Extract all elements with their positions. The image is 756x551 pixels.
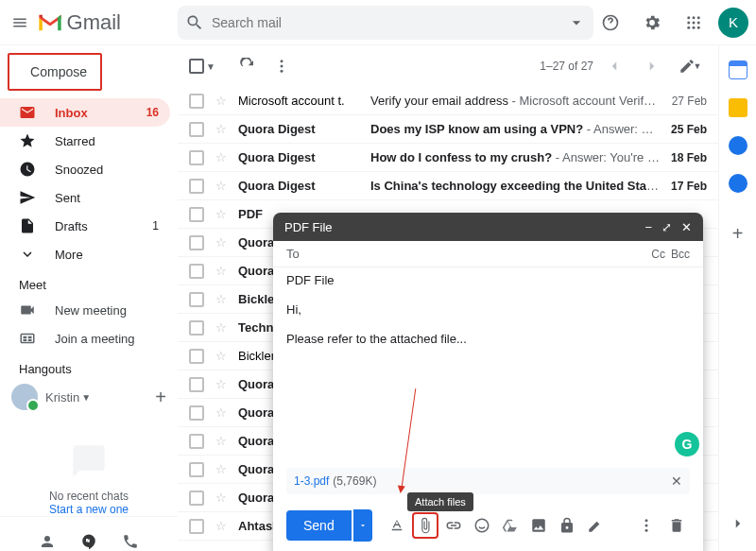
compose-to-row[interactable]: To Cc Bcc <box>273 241 703 267</box>
fullscreen-icon[interactable]: ⤢ <box>662 220 672 234</box>
discard-draft-icon[interactable] <box>663 512 690 539</box>
send-button[interactable]: Send <box>286 510 352 541</box>
meet-item[interactable]: Join a meeting <box>0 324 178 353</box>
person-icon[interactable] <box>30 525 64 551</box>
email-checkbox[interactable] <box>189 462 204 477</box>
email-row[interactable]: ☆Microsoft account t.Verify your email a… <box>178 87 718 115</box>
meet-item[interactable]: New meeting <box>0 296 178 324</box>
hangouts-add-button[interactable]: + <box>155 387 166 408</box>
settings-icon[interactable] <box>635 6 669 40</box>
chevron-down-icon[interactable]: ▼ <box>206 61 215 72</box>
email-checkbox[interactable] <box>189 349 204 364</box>
search-input[interactable] <box>212 15 567 30</box>
confidential-mode-icon[interactable] <box>554 512 580 539</box>
email-checkbox[interactable] <box>189 150 204 165</box>
email-checkbox[interactable] <box>189 179 204 194</box>
addons-plus-icon[interactable]: + <box>732 223 744 245</box>
calendar-icon[interactable] <box>729 60 747 79</box>
email-checkbox[interactable] <box>189 491 204 506</box>
star-icon[interactable]: ☆ <box>215 207 227 221</box>
email-sender: Quora Digest <box>238 122 370 136</box>
input-tools-icon[interactable]: ▼ <box>673 49 707 83</box>
minimize-icon[interactable]: − <box>644 220 652 234</box>
star-icon[interactable]: ☆ <box>215 122 227 136</box>
insert-link-icon[interactable] <box>440 512 467 539</box>
compose-button[interactable]: Compose <box>8 53 102 91</box>
star-icon[interactable]: ☆ <box>215 235 227 250</box>
attachment-chip[interactable]: 1-3.pdf (5,769K) ✕ <box>286 468 690 494</box>
star-icon[interactable]: ☆ <box>215 405 227 420</box>
attach-files-icon[interactable] <box>412 512 438 539</box>
email-row[interactable]: ☆Quora DigestDoes my ISP know am using a… <box>178 115 718 144</box>
email-checkbox[interactable] <box>189 320 204 336</box>
tasks-icon[interactable] <box>729 136 747 155</box>
email-checkbox[interactable] <box>189 264 204 279</box>
star-icon[interactable]: ☆ <box>215 349 227 363</box>
panel-collapse-icon[interactable] <box>730 515 747 532</box>
star-icon[interactable]: ☆ <box>215 320 227 335</box>
compose-subject[interactable]: PDF File <box>273 267 703 293</box>
to-input[interactable] <box>305 247 652 261</box>
refresh-icon[interactable] <box>231 49 265 83</box>
star-icon[interactable]: ☆ <box>215 150 227 164</box>
attachment-remove-icon[interactable]: ✕ <box>671 474 682 489</box>
star-icon[interactable]: ☆ <box>215 264 227 278</box>
insert-emoji-icon[interactable] <box>469 512 495 539</box>
header-actions: K <box>593 6 748 40</box>
sidebar-item-starred[interactable]: Starred <box>0 127 170 155</box>
compose-titlebar[interactable]: PDF File − ⤢ ✕ <box>273 213 703 241</box>
gmail-logo[interactable]: Gmail <box>37 10 121 35</box>
help-icon[interactable] <box>593 6 627 40</box>
star-icon[interactable]: ☆ <box>215 462 227 476</box>
hangouts-icon[interactable] <box>72 525 106 551</box>
insert-drive-icon[interactable] <box>497 512 524 539</box>
sidebar-item-snoozed[interactable]: Snoozed <box>0 155 170 183</box>
email-checkbox[interactable] <box>189 377 204 392</box>
email-checkbox[interactable] <box>189 235 204 250</box>
star-icon[interactable]: ☆ <box>215 519 227 533</box>
email-checkbox[interactable] <box>189 405 204 421</box>
email-row[interactable]: ☆Quora DigestIs China's technology excee… <box>178 172 718 200</box>
sidebar-item-drafts[interactable]: Drafts1 <box>0 212 170 240</box>
more-options-icon[interactable] <box>633 512 660 539</box>
star-icon[interactable]: ☆ <box>215 377 227 391</box>
star-icon[interactable]: ☆ <box>215 434 227 448</box>
email-checkbox[interactable] <box>189 207 204 222</box>
cc-button[interactable]: Cc <box>651 248 665 261</box>
apps-icon[interactable] <box>677 6 711 40</box>
contacts-icon[interactable] <box>729 174 747 193</box>
sidebar-item-inbox[interactable]: Inbox16 <box>0 98 170 127</box>
hangouts-user-row[interactable]: Kristin ▼ + <box>0 380 178 414</box>
email-row[interactable]: ☆Quora DigestHow do I confess to my crus… <box>178 144 718 172</box>
email-checkbox[interactable] <box>189 434 204 449</box>
phone-icon[interactable] <box>113 525 147 551</box>
grammarly-badge[interactable]: G <box>675 432 699 456</box>
email-checkbox[interactable] <box>189 292 204 307</box>
more-icon[interactable] <box>265 49 299 83</box>
next-page-icon[interactable] <box>635 49 669 83</box>
sidebar-item-more[interactable]: More <box>0 240 170 268</box>
chat-start-link[interactable]: Start a new one <box>0 503 178 516</box>
star-icon[interactable]: ☆ <box>215 94 227 108</box>
search-options-icon[interactable] <box>567 13 586 32</box>
account-avatar[interactable]: K <box>718 8 748 38</box>
star-icon[interactable]: ☆ <box>215 292 227 306</box>
insert-photo-icon[interactable] <box>525 512 552 539</box>
select-all-checkbox[interactable] <box>189 59 204 74</box>
close-icon[interactable]: ✕ <box>681 220 692 234</box>
bcc-button[interactable]: Bcc <box>671 248 690 261</box>
keep-icon[interactable] <box>729 98 747 117</box>
insert-signature-icon[interactable] <box>582 512 609 539</box>
prev-page-icon[interactable] <box>597 49 631 83</box>
send-options-button[interactable] <box>353 509 372 542</box>
format-icon[interactable] <box>384 512 410 539</box>
email-checkbox[interactable] <box>189 94 204 109</box>
email-checkbox[interactable] <box>189 519 204 534</box>
menu-icon[interactable] <box>8 6 33 40</box>
star-icon[interactable]: ☆ <box>215 179 227 193</box>
star-icon[interactable]: ☆ <box>215 491 227 505</box>
email-checkbox[interactable] <box>189 122 204 137</box>
compose-body[interactable]: Hi, Please refer to the attached file... <box>273 293 703 468</box>
search-bar[interactable] <box>178 6 593 40</box>
sidebar-item-sent[interactable]: Sent <box>0 183 170 212</box>
